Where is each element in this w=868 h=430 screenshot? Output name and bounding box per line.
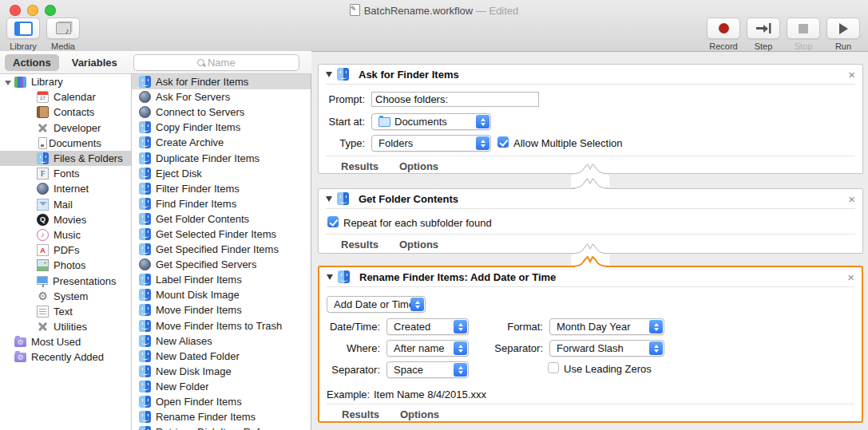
sidebar-item[interactable]: System bbox=[0, 289, 131, 304]
sidebar-item[interactable]: Photos bbox=[0, 258, 131, 273]
separator2-popup[interactable]: Forward Slash bbox=[549, 340, 664, 357]
disclosure-triangle-icon[interactable] bbox=[326, 72, 332, 77]
where-popup[interactable]: After name bbox=[386, 340, 469, 357]
finder-icon bbox=[37, 152, 49, 164]
search-icon bbox=[197, 59, 204, 66]
start-at-popup[interactable]: Documents bbox=[371, 113, 491, 130]
results-link[interactable]: Results bbox=[341, 160, 379, 172]
datetime-label: Date/Time: bbox=[323, 321, 380, 333]
workflow-connector bbox=[562, 160, 618, 195]
action-list-item[interactable]: Mount Disk Image bbox=[132, 287, 311, 302]
sidebar-item[interactable]: Movies bbox=[0, 212, 131, 227]
toolbar-button[interactable]: Library bbox=[6, 18, 40, 51]
globe-icon bbox=[139, 258, 151, 270]
toolbar-button[interactable]: Step bbox=[747, 18, 780, 51]
finder-icon bbox=[139, 426, 151, 430]
toolbar-left-group: Library Media bbox=[6, 18, 80, 51]
action-list-item[interactable]: Label Finder Items bbox=[132, 272, 311, 287]
sidebar-item[interactable]: Recently Added bbox=[0, 349, 131, 365]
sidebar-item[interactable]: Developer bbox=[0, 120, 131, 136]
format-popup[interactable]: Month Day Year bbox=[549, 318, 664, 335]
action-list-item[interactable]: Get Selected Finder Items bbox=[132, 227, 311, 242]
toolbar-button[interactable]: Media bbox=[46, 18, 80, 51]
allow-multiple-selection-checkbox[interactable] bbox=[497, 136, 509, 148]
disclosure-triangle-icon[interactable] bbox=[326, 196, 332, 202]
sidebar-item[interactable]: Mail bbox=[0, 197, 131, 212]
sidebar-item[interactable]: Documents bbox=[0, 136, 131, 151]
action-list-item[interactable]: Filter Finder Items bbox=[132, 181, 311, 196]
sidebar-item[interactable]: Fonts bbox=[0, 166, 131, 181]
media-icon bbox=[56, 22, 71, 34]
window-title: BatchRename.workflow — Edited bbox=[0, 4, 868, 17]
system-icon bbox=[37, 290, 49, 302]
search-input[interactable]: Name bbox=[133, 54, 299, 71]
results-link[interactable]: Results bbox=[342, 408, 379, 420]
separator-popup[interactable]: Space bbox=[386, 361, 469, 378]
text-icon bbox=[37, 306, 49, 318]
type-popup[interactable]: Folders bbox=[371, 135, 491, 152]
tab-variables[interactable]: Variables bbox=[64, 54, 125, 71]
globe-icon bbox=[139, 91, 151, 103]
sidebar-item[interactable]: Internet bbox=[0, 181, 131, 196]
sidebar-item[interactable]: Text bbox=[0, 304, 131, 319]
finder-icon bbox=[139, 365, 151, 377]
action-list-item[interactable]: Open Finder Items bbox=[132, 394, 311, 409]
action-list-item[interactable]: Eject Disk bbox=[132, 166, 311, 181]
action-list-item[interactable]: New Disk Image bbox=[132, 364, 311, 379]
sidebar-item[interactable]: Calendar bbox=[0, 89, 131, 105]
toolbar-button[interactable]: Stop bbox=[787, 18, 820, 51]
action-list-item[interactable]: Get Specified Finder Items bbox=[132, 242, 311, 257]
action-list-item[interactable]: Copy Finder Items bbox=[132, 120, 311, 135]
action-list-item[interactable]: Move Finder Items bbox=[132, 302, 311, 318]
action-list-item[interactable]: Create Archive bbox=[132, 135, 311, 150]
block-title: Ask for Finder Items bbox=[359, 69, 459, 81]
options-link[interactable]: Options bbox=[400, 408, 439, 420]
finder-icon bbox=[139, 76, 151, 88]
disclosure-triangle-icon[interactable] bbox=[5, 76, 14, 88]
close-icon[interactable]: × bbox=[847, 271, 854, 283]
action-list-item[interactable]: Ask for Finder Items bbox=[132, 74, 311, 89]
action-list-item[interactable]: Move Finder Items to Trash bbox=[132, 318, 311, 333]
sidebar-item[interactable]: Contacts bbox=[0, 105, 131, 120]
smartfolder-icon bbox=[14, 353, 26, 362]
close-icon[interactable]: × bbox=[848, 193, 855, 205]
action-list-item[interactable]: New Dated Folder bbox=[132, 349, 311, 364]
toolbar-button[interactable]: Record bbox=[707, 18, 740, 51]
sidebar-item[interactable]: Files & Folders bbox=[0, 151, 131, 166]
action-list-item[interactable]: Get Specified Servers bbox=[132, 257, 311, 272]
action-list-item[interactable]: New Folder bbox=[132, 379, 311, 394]
type-label: Type: bbox=[320, 137, 365, 149]
sidebar-item[interactable]: Presentations bbox=[0, 273, 131, 288]
options-link[interactable]: Options bbox=[399, 160, 438, 172]
sidebar-item[interactable]: PDFs bbox=[0, 243, 131, 258]
options-link[interactable]: Options bbox=[399, 239, 438, 251]
action-list-item[interactable]: New Aliases bbox=[132, 333, 311, 349]
datetime-popup[interactable]: Created bbox=[386, 318, 469, 335]
actions-list: Ask for Finder Items Ask For Servers Con… bbox=[132, 74, 311, 430]
sidebar-item[interactable]: Music bbox=[0, 227, 131, 243]
workflow-block-rename-finder-items: Rename Finder Items: Add Date or Time × … bbox=[318, 266, 863, 423]
rename-mode-popup[interactable]: Add Date or Time bbox=[327, 296, 426, 313]
example-label: Example: bbox=[327, 389, 370, 400]
action-list-item[interactable]: Retrieve Disk Item References bbox=[132, 424, 311, 430]
action-list-item[interactable]: Find Finder Items bbox=[132, 196, 311, 211]
action-list-item[interactable]: Get Folder Contents bbox=[132, 211, 311, 227]
sidebar-item[interactable]: Utilities bbox=[0, 319, 131, 334]
sidebar-item[interactable]: Most Used bbox=[0, 334, 131, 349]
prompt-field[interactable] bbox=[371, 92, 539, 107]
action-list-item[interactable]: Rename Finder Items bbox=[132, 409, 311, 424]
use-leading-zeros-checkbox[interactable] bbox=[548, 362, 559, 373]
results-link[interactable]: Results bbox=[341, 239, 379, 251]
toolbar-button[interactable]: Run bbox=[826, 18, 860, 51]
action-list-item[interactable]: Connect to Servers bbox=[132, 105, 311, 120]
sidebar-item[interactable]: Library bbox=[0, 74, 131, 89]
finder-icon bbox=[139, 152, 151, 164]
action-list-item[interactable]: Ask For Servers bbox=[132, 89, 311, 105]
repeat-subfolder-checkbox[interactable] bbox=[327, 216, 339, 227]
tab-actions[interactable]: Actions bbox=[5, 54, 59, 71]
action-list-item[interactable]: Duplicate Finder Items bbox=[132, 150, 311, 165]
prompt-label: Prompt: bbox=[320, 93, 365, 105]
block-title: Rename Finder Items: Add Date or Time bbox=[359, 271, 556, 283]
close-icon[interactable]: × bbox=[848, 69, 855, 81]
disclosure-triangle-icon[interactable] bbox=[327, 274, 333, 280]
